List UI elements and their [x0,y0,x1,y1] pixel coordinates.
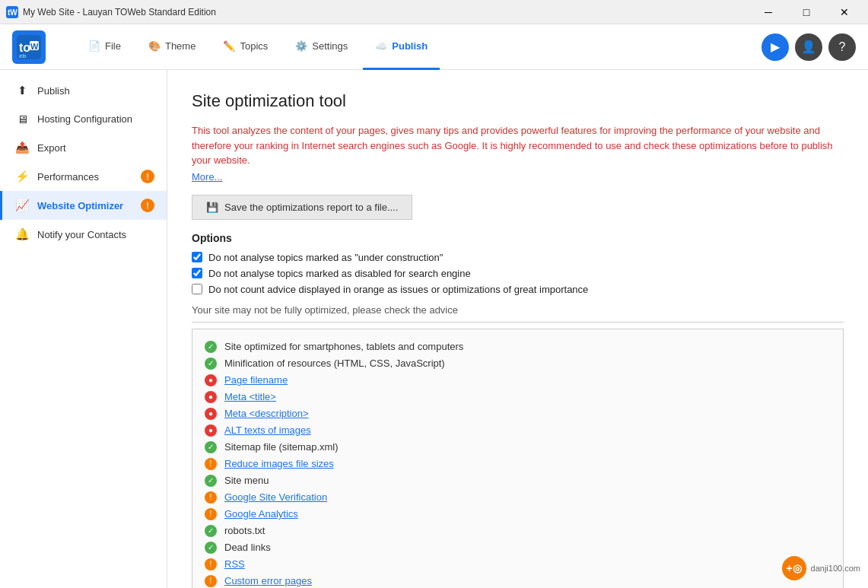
hosting-icon: 🖥 [14,113,30,126]
sidebar-hosting-label: Hosting Configuration [37,113,132,125]
opt-dot-red: ● [205,391,217,403]
save-btn-wrapper: 💾 Save the optimizations report to a fil… [192,195,844,220]
opt-text[interactable]: ALT texts of images [224,424,311,436]
optimization-list: ✓Site optimized for smartphones, tablets… [192,329,844,589]
nav-tabs: 📄 File 🎨 Theme ✏️ Topics ⚙️ Settings ☁️ … [76,24,761,70]
opt-item[interactable]: ●Meta <description> [205,405,831,422]
sidebar-notify-label: Notify your Contacts [37,229,126,240]
opt-dot-red: ● [205,408,217,420]
tab-file[interactable]: 📄 File [76,24,133,70]
opt-text: robots.txt [224,525,265,536]
checkbox-orange-advice[interactable] [192,284,202,294]
sidebar-item-export[interactable]: 📤 Export [0,133,167,162]
opt-dot-green: ✓ [205,542,217,554]
opt-text[interactable]: Meta <description> [224,408,309,419]
window-controls: ─ □ ✕ [751,0,862,24]
opt-text[interactable]: Reduce images file sizes [224,458,334,469]
logo-area: to W eb [12,30,46,64]
svg-text:W: W [30,42,39,51]
opt-dot-green: ✓ [205,441,217,453]
opt-item[interactable]: ●Meta <title> [205,389,831,405]
save-report-button[interactable]: 💾 Save the optimizations report to a fil… [192,195,412,220]
topics-icon: ✏️ [223,40,235,52]
opt-dot-green: ✓ [205,341,217,353]
opt-item: ✓Site menu [205,472,831,489]
file-icon: 📄 [88,40,100,52]
tab-topics-label: Topics [240,40,268,52]
opt-text[interactable]: Google Site Verification [224,491,327,503]
opt-item[interactable]: !RSS [205,556,831,573]
save-btn-label: Save the optimizations report to a file.… [224,202,398,213]
opt-text: Minification of resources (HTML, CSS, Ja… [224,358,445,369]
watermark-text: danji100.com [811,564,860,573]
opt-dot-green: ✓ [205,475,217,487]
checkbox-label-3: Do not count advice displayed in orange … [208,284,588,295]
checkbox-label-2: Do not analyse topics marked as disabled… [208,268,471,279]
tab-theme[interactable]: 🎨 Theme [136,24,208,70]
content-area: Site optimization tool This tool analyze… [167,70,868,588]
opt-item: ✓Sitemap file (sitemap.xml) [205,439,831,456]
minimize-button[interactable]: ─ [751,0,786,24]
checkbox-under-construction[interactable] [192,252,202,262]
opt-dot-orange: ! [205,491,217,504]
checkbox-label-1: Do not analyse topics marked as "under c… [208,252,443,263]
checkbox-row-2: Do not analyse topics marked as disabled… [192,268,844,279]
window-title: My Web Site - Lauyan TOWeb Standard Edit… [23,7,751,17]
opt-text: Dead links [224,542,271,553]
sidebar-item-website-optimizer[interactable]: 📈 Website Optimizer ! [0,191,167,220]
sidebar-optimizer-label: Website Optimizer [37,200,123,211]
close-button[interactable]: ✕ [827,0,862,24]
sidebar-export-label: Export [37,142,66,154]
user-button[interactable]: 👤 [795,33,822,61]
watermark: +◎ danji100.com [782,556,860,580]
publish-icon: ⬆ [14,84,30,97]
sidebar-item-publish[interactable]: ⬆ Publish [0,76,167,105]
app-icon: tW [6,6,18,18]
opt-text: Site optimized for smartphones, tablets … [224,341,463,352]
opt-dot-red: ● [205,424,217,437]
opt-item: ✓Site optimized for smartphones, tablets… [205,338,831,355]
opt-text[interactable]: RSS [224,558,245,570]
tab-settings-label: Settings [312,40,348,52]
opt-item[interactable]: !Google Site Verification [205,489,831,506]
more-link[interactable]: More... [192,171,222,183]
opt-text[interactable]: Page filename [224,374,288,386]
opt-dot-orange: ! [205,508,217,520]
tab-topics[interactable]: ✏️ Topics [211,24,280,70]
options-section: Options Do not analyse topics marked as … [192,232,844,295]
sidebar-item-hosting[interactable]: 🖥 Hosting Configuration [0,105,167,133]
opt-item: ✓Minification of resources (HTML, CSS, J… [205,355,831,372]
settings-icon: ⚙️ [295,40,307,52]
opt-text[interactable]: Google Analytics [224,508,298,520]
play-button[interactable]: ▶ [761,33,789,61]
tab-publish-label: Publish [392,40,428,52]
svg-text:tW: tW [8,8,17,17]
optimizer-icon: 📈 [14,199,30,212]
tab-settings[interactable]: ⚙️ Settings [283,24,360,70]
title-bar: tW My Web Site - Lauyan TOWeb Standard E… [0,0,868,24]
sidebar-item-performances[interactable]: ⚡ Performances ! [0,162,167,191]
notify-icon: 🔔 [14,227,30,241]
theme-icon: 🎨 [148,40,161,52]
opt-item[interactable]: ●Page filename [205,372,831,389]
page-title: Site optimization tool [192,91,844,111]
sidebar-item-notify[interactable]: 🔔 Notify your Contacts [0,220,167,249]
options-title: Options [192,232,844,244]
tab-publish[interactable]: ☁️ Publish [363,24,440,70]
help-button[interactable]: ? [828,33,856,61]
opt-dot-orange: ! [205,575,217,587]
opt-text[interactable]: Custom error pages [224,575,312,586]
tab-theme-label: Theme [165,40,196,52]
sidebar-publish-label: Publish [37,85,70,97]
opt-item[interactable]: !Reduce images file sizes [205,456,831,472]
opt-item: ✓robots.txt [205,523,831,539]
maximize-button[interactable]: □ [789,0,824,24]
checkbox-disabled-search[interactable] [192,268,202,278]
opt-item[interactable]: !Custom error pages [205,573,831,589]
sidebar: ⬆ Publish 🖥 Hosting Configuration 📤 Expo… [0,70,167,588]
main-layout: ⬆ Publish 🖥 Hosting Configuration 📤 Expo… [0,70,868,588]
opt-item[interactable]: !Google Analytics [205,506,831,523]
sidebar-performances-label: Performances [37,171,99,183]
opt-item[interactable]: ●ALT texts of images [205,422,831,439]
opt-text[interactable]: Meta <title> [224,391,276,402]
